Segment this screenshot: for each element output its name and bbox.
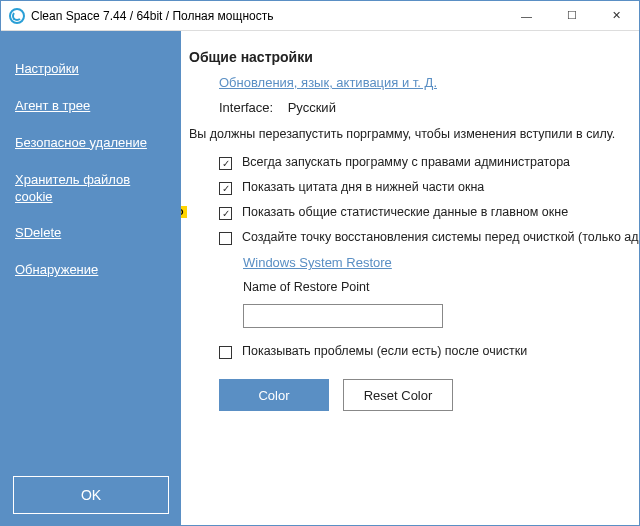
sidebar-item-secure-delete[interactable]: Безопасное удаление: [1, 125, 181, 162]
restore-name-label: Name of Restore Point: [243, 280, 629, 294]
close-button[interactable]: ✕: [594, 1, 639, 30]
content: Настройки Агент в трее Безопасное удален…: [1, 31, 639, 526]
check-quote-label: Показать цитата дня в нижней части окна: [242, 180, 484, 194]
sidebar-item-sdelete[interactable]: SDelete: [1, 215, 181, 252]
app-icon: [9, 8, 25, 24]
check-admin-label: Всегда запускать программу с правами адм…: [242, 155, 570, 169]
pro-badge: PRO: [181, 206, 187, 218]
check-stats-row: PRO Показать общие статистические данные…: [189, 205, 629, 220]
sidebar-item-cookie-keeper[interactable]: Хранитель файлов cookie: [1, 162, 181, 216]
interface-value: Русский: [288, 100, 336, 115]
ok-button[interactable]: OK: [13, 476, 169, 514]
check-stats-label: Показать общие статистические данные в г…: [242, 205, 568, 219]
window-title: Clean Space 7.44 / 64bit / Полная мощнос…: [31, 9, 273, 23]
check-quote-row: Показать цитата дня в нижней части окна: [189, 180, 629, 195]
check-stats[interactable]: [219, 207, 232, 220]
titlebar: Clean Space 7.44 / 64bit / Полная мощнос…: [1, 1, 639, 31]
minimize-button[interactable]: —: [504, 1, 549, 30]
check-problems[interactable]: [219, 346, 232, 359]
sidebar-item-settings[interactable]: Настройки: [1, 51, 181, 88]
check-problems-label: Показывать проблемы (если есть) после оч…: [242, 344, 527, 358]
check-admin-row: Всегда запускать программу с правами адм…: [189, 155, 629, 170]
window-controls: — ☐ ✕: [504, 1, 639, 30]
check-restore[interactable]: [219, 232, 232, 245]
button-row: Color Reset Color: [219, 379, 629, 411]
sidebar-item-detection[interactable]: Обнаружение: [1, 252, 181, 289]
restore-name-input[interactable]: [243, 304, 443, 328]
updates-link[interactable]: Обновления, язык, активация и т. Д.: [219, 75, 437, 90]
check-restore-row: Создайте точку восстановления системы пе…: [189, 230, 629, 245]
reset-color-button[interactable]: Reset Color: [343, 379, 453, 411]
interface-row: Interface: Русский: [219, 100, 629, 115]
maximize-button[interactable]: ☐: [549, 1, 594, 30]
restart-note: Вы должны перезапустить порграмму, чтобы…: [189, 127, 629, 141]
check-restore-label: Создайте точку восстановления системы пе…: [242, 230, 639, 244]
sidebar: Настройки Агент в трее Безопасное удален…: [1, 31, 181, 526]
color-button[interactable]: Color: [219, 379, 329, 411]
check-admin[interactable]: [219, 157, 232, 170]
restore-link[interactable]: Windows System Restore: [243, 255, 392, 270]
sidebar-item-tray-agent[interactable]: Агент в трее: [1, 88, 181, 125]
main-panel: Общие настройки Обновления, язык, актива…: [181, 31, 639, 526]
check-quote[interactable]: [219, 182, 232, 195]
page-title: Общие настройки: [189, 49, 629, 65]
interface-label: Interface:: [219, 100, 273, 115]
check-problems-row: Показывать проблемы (если есть) после оч…: [189, 344, 629, 359]
